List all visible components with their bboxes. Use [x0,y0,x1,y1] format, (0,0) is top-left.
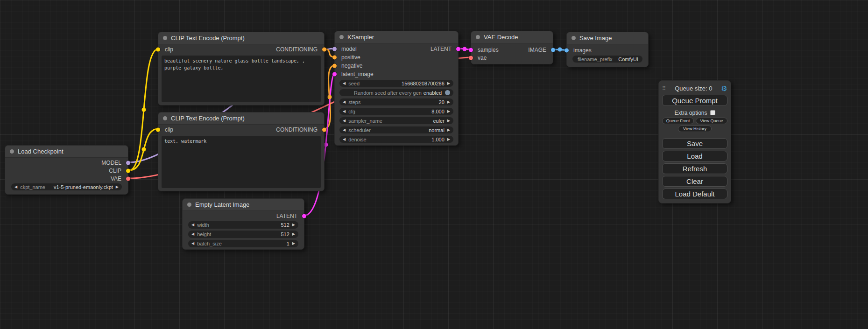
slot-row: positive [335,53,458,62]
height-widget[interactable]: ◀ height 512 ▶ [188,231,298,238]
sampler-name-widget[interactable]: ◀ sampler_name euler ▶ [339,117,453,124]
node-clip-text-encode-1[interactable]: CLIP Text Encode (Prompt) clip CONDITION… [158,32,325,105]
decrement-arrow-icon[interactable]: ◀ [343,110,346,113]
decrement-arrow-icon[interactable]: ◀ [191,223,194,227]
node-save-image[interactable]: Save Image images filename_prefix ComfyU… [566,32,649,67]
node-clip-text-encode-2[interactable]: CLIP Text Encode (Prompt) clip CONDITION… [158,112,325,191]
load-button[interactable]: Load [662,151,727,161]
output-row-clip: CLIP [5,167,128,175]
clear-button[interactable]: Clear [662,176,727,187]
collapse-dot-icon[interactable] [339,35,344,39]
input-slot-model[interactable] [332,47,337,51]
increment-arrow-icon[interactable]: ▶ [292,223,295,227]
input-slot-clip[interactable] [156,48,160,52]
refresh-button[interactable]: Refresh [662,163,727,174]
output-slot-vae[interactable] [126,176,130,181]
collapse-dot-icon[interactable] [10,149,14,154]
decrement-arrow-icon[interactable]: ◀ [343,128,346,132]
link-midpoint-dot [463,47,467,51]
input-slot-positive[interactable] [332,56,337,60]
extra-options-checkbox[interactable] [710,110,715,115]
slot-row: samples IMAGE [471,46,553,54]
decrement-arrow-icon[interactable]: ◀ [343,100,346,104]
increment-arrow-icon[interactable]: ▶ [116,185,119,189]
increment-arrow-icon[interactable]: ▶ [447,119,450,123]
save-button[interactable]: Save [662,138,727,149]
link-midpoint-dot [142,108,146,112]
node-title-bar[interactable]: KSampler [335,31,458,43]
output-label: LATENT [276,213,297,219]
prompt-textarea[interactable]: beautiful scenery nature glass bottle la… [162,56,321,102]
batch-size-widget[interactable]: ◀ batch_size 1 ▶ [188,240,298,247]
input-slot-latent-image[interactable] [332,72,337,77]
toggle-knob[interactable] [445,90,450,95]
input-label: negative [341,63,362,69]
output-slot-clip[interactable] [126,168,130,173]
slot-row: images [567,46,648,55]
link-midpoint-dot [328,95,332,99]
queue-front-button[interactable]: Queue Front [662,118,694,124]
node-empty-latent-image[interactable]: Empty Latent Image LATENT ◀ width 512 ▶ … [182,198,304,250]
decrement-arrow-icon[interactable]: ◀ [343,138,346,141]
queue-prompt-button[interactable]: Queue Prompt [662,95,727,106]
node-ksampler[interactable]: KSampler model LATENT positive negative … [334,31,459,146]
filename-prefix-widget[interactable]: filename_prefix ComfyUI [572,56,642,63]
increment-arrow-icon[interactable]: ▶ [447,138,450,141]
input-slot-negative[interactable] [332,64,337,68]
denoise-widget[interactable]: ◀ denoise 1.000 ▶ [339,136,453,143]
width-widget[interactable]: ◀ width 512 ▶ [188,221,298,229]
node-load-checkpoint[interactable]: Load Checkpoint MODEL CLIP VAE ◀ ckpt_na… [5,145,128,195]
input-slot-vae[interactable] [469,56,473,60]
increment-arrow-icon[interactable]: ▶ [292,232,295,236]
seed-widget[interactable]: ◀ seed 156680208700286 ▶ [339,80,453,87]
node-title-bar[interactable]: CLIP Text Encode (Prompt) [158,32,324,44]
input-slot-clip[interactable] [156,128,160,132]
increment-arrow-icon[interactable]: ▶ [447,82,450,85]
collapse-dot-icon[interactable] [572,36,576,40]
decrement-arrow-icon[interactable]: ◀ [191,242,194,245]
input-label: model [341,46,357,52]
node-title-bar[interactable]: Empty Latent Image [183,199,304,211]
node-title-bar[interactable]: VAE Decode [471,31,553,43]
increment-arrow-icon[interactable]: ▶ [447,100,450,104]
increment-arrow-icon[interactable]: ▶ [447,110,450,113]
settings-gear-icon[interactable]: ⚙ [721,85,727,92]
steps-widget[interactable]: ◀ steps 20 ▶ [339,98,453,105]
queue-panel[interactable]: ⠿ Queue size: 0 ⚙ Queue Prompt Extra opt… [658,80,731,203]
widget-value: ComfyUI [618,56,638,62]
collapse-dot-icon[interactable] [163,116,167,120]
node-title-bar[interactable]: Load Checkpoint [5,146,128,158]
collapse-dot-icon[interactable] [476,35,480,39]
widget-label: seed [348,81,360,86]
decrement-arrow-icon[interactable]: ◀ [343,119,346,123]
graph-canvas[interactable]: Load Checkpoint MODEL CLIP VAE ◀ ckpt_na… [0,0,868,329]
drag-handle-icon[interactable]: ⠿ [662,85,666,91]
output-slot-latent[interactable] [456,47,460,51]
increment-arrow-icon[interactable]: ▶ [447,128,450,132]
view-queue-button[interactable]: View Queue [696,118,727,124]
decrement-arrow-icon[interactable]: ◀ [343,82,346,85]
input-slot-images[interactable] [565,49,569,53]
node-title-bar[interactable]: CLIP Text Encode (Prompt) [158,112,324,125]
prompt-textarea[interactable]: text, watermark [162,136,321,188]
collapse-dot-icon[interactable] [187,203,191,207]
decrement-arrow-icon[interactable]: ◀ [191,232,194,236]
increment-arrow-icon[interactable]: ▶ [292,242,295,245]
widget-value: 20 [439,99,445,105]
node-vae-decode[interactable]: VAE Decode samples IMAGE vae [471,31,553,64]
input-slot-samples[interactable] [469,48,473,52]
load-default-button[interactable]: Load Default [662,189,727,199]
collapse-dot-icon[interactable] [163,36,167,40]
random-seed-toggle-widget[interactable]: Random seed after every gen enabled [339,89,453,96]
decrement-arrow-icon[interactable]: ◀ [14,185,17,189]
view-history-button[interactable]: View History [678,126,712,132]
cfg-widget[interactable]: ◀ cfg 8.000 ▶ [339,108,453,115]
output-slot-model[interactable] [126,161,130,165]
node-title-bar[interactable]: Save Image [567,32,648,44]
output-slot-image[interactable] [551,48,555,52]
output-slot-conditioning[interactable] [322,48,326,52]
output-slot-latent[interactable] [302,214,306,218]
scheduler-widget[interactable]: ◀ scheduler normal ▶ [339,126,453,133]
ckpt-name-widget[interactable]: ◀ ckpt_name v1-5-pruned-emaonly.ckpt ▶ [11,183,122,190]
output-slot-conditioning[interactable] [322,128,326,132]
